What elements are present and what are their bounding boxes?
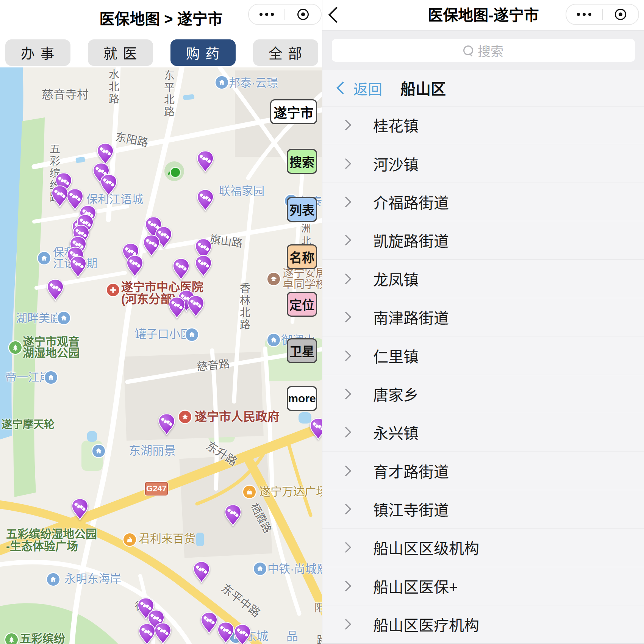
tab-就医[interactable]: 就 医 xyxy=(88,39,153,66)
city-button[interactable]: 遂宁市 xyxy=(270,99,317,124)
pharmacy-pin[interactable] xyxy=(187,295,205,317)
pharmacy-pin[interactable] xyxy=(197,189,214,211)
pharmacy-pin[interactable] xyxy=(195,255,212,277)
left-navbar: 医保地图 > 遂宁市 xyxy=(0,0,322,38)
map-button-搜索[interactable]: 搜索 xyxy=(287,149,317,174)
map-label: 邦泰·云璟 xyxy=(229,77,278,89)
list-item-凯旋路街道[interactable]: 凯旋路街道 xyxy=(322,221,644,259)
screen: 慈音寺村水北路东阳路东平北路五彩缤纷路保利江语城联福家园邦泰·云璟邦泰·芳洲北旗… xyxy=(0,0,644,644)
hospital-icon xyxy=(107,284,119,296)
map-canvas[interactable]: 慈音寺村水北路东阳路东平北路五彩缤纷路保利江语城联福家园邦泰·云璟邦泰·芳洲北旗… xyxy=(0,0,322,644)
map-label: 帝一江岸 xyxy=(5,371,51,383)
list-item-船山区医疗机构[interactable]: 船山区医疗机构 xyxy=(322,605,644,644)
map-label: 中铁·尚城熙 xyxy=(267,563,322,575)
chevron-right-icon xyxy=(341,427,351,438)
list-item-育才路街道[interactable]: 育才路街道 xyxy=(322,452,644,490)
star-icon xyxy=(179,411,191,423)
tab-全部[interactable]: 全 部 xyxy=(253,39,318,66)
tab-办事[interactable]: 办 事 xyxy=(5,39,70,66)
map-app-panel: 慈音寺村水北路东阳路东平北路五彩缤纷路保利江语城联福家园邦泰·云璟邦泰·芳洲北旗… xyxy=(0,0,322,644)
back-button-label[interactable]: 返回 xyxy=(353,78,382,98)
map-button-卫星[interactable]: 卫星 xyxy=(287,338,317,363)
list-item-龙凤镇[interactable]: 龙凤镇 xyxy=(322,260,644,298)
chevron-right-icon xyxy=(341,389,351,399)
list-item-河沙镇[interactable]: 河沙镇 xyxy=(322,144,644,183)
list-item-label: 船山区医保+ xyxy=(373,575,458,597)
tab-购药[interactable]: 购 药 xyxy=(170,39,236,66)
map-label: 五彩缤纷 xyxy=(20,633,65,644)
map-label: 五彩缤纷湿地公园 xyxy=(6,528,97,540)
chevron-right-icon xyxy=(341,312,351,322)
chevron-right-icon xyxy=(341,274,351,284)
pharmacy-pin[interactable] xyxy=(143,234,160,256)
list-item-桂花镇[interactable]: 桂花镇 xyxy=(322,106,644,144)
pharmacy-pin[interactable] xyxy=(100,174,117,196)
more-dots-icon[interactable] xyxy=(566,13,602,16)
chevron-right-icon xyxy=(341,350,351,361)
pharmacy-pin[interactable] xyxy=(217,622,234,644)
pharmacy-pin[interactable] xyxy=(224,504,242,526)
pharmacy-pin[interactable] xyxy=(126,255,144,277)
map-label: 东平北路 xyxy=(163,70,174,118)
target-close-icon[interactable] xyxy=(603,9,638,20)
map-label: 卓同学校 xyxy=(283,279,322,290)
pharmacy-pin[interactable] xyxy=(97,143,114,165)
house-icon xyxy=(92,445,105,457)
pharmacy-pin[interactable] xyxy=(154,622,172,644)
map-label: (河东分部) xyxy=(121,293,176,305)
pharmacy-pin[interactable] xyxy=(234,624,251,644)
chevron-right-icon xyxy=(341,120,351,130)
chevron-right-icon xyxy=(341,466,351,476)
map-label: 水北路 xyxy=(108,69,119,105)
house-icon xyxy=(254,563,266,575)
target-close-icon[interactable] xyxy=(285,9,321,20)
map-button-more[interactable]: more xyxy=(287,386,317,411)
list-item-船山区医保+[interactable]: 船山区医保+ xyxy=(322,567,644,605)
search-placeholder: 搜索 xyxy=(478,41,503,60)
map-label: 阳 xyxy=(314,602,322,613)
list-item-label: 河沙镇 xyxy=(373,153,419,175)
map-label: 遂宁市观音 xyxy=(23,336,80,347)
category-tabs: 办 事就 医购 药全 部 xyxy=(0,38,322,67)
pharmacy-pin[interactable] xyxy=(193,561,210,583)
pharmacy-pin[interactable] xyxy=(158,413,175,435)
map-button-定位[interactable]: 定位 xyxy=(287,292,317,317)
pharmacy-pin[interactable] xyxy=(69,256,87,278)
list-item-label: 唐家乡 xyxy=(373,383,419,405)
district-list: 桂花镇 河沙镇 介福路街道 凯旋路街道 龙凤镇 南津路街道 仁里镇 唐家乡 永兴… xyxy=(322,106,644,644)
pharmacy-pin[interactable] xyxy=(71,498,89,520)
pharmacy-pin[interactable] xyxy=(309,418,322,440)
list-item-唐家乡[interactable]: 唐家乡 xyxy=(322,375,644,413)
pharmacy-pin[interactable] xyxy=(197,150,214,172)
map-button-名称[interactable]: 名称 xyxy=(287,244,317,269)
back-row[interactable]: 返回 船山区 xyxy=(322,70,644,106)
more-dots-icon[interactable] xyxy=(249,13,284,16)
pharmacy-pin[interactable] xyxy=(47,279,64,301)
list-item-船山区区级机构[interactable]: 船山区区级机构 xyxy=(322,528,644,567)
pharmacy-pin[interactable] xyxy=(138,623,156,644)
map-label: 期 xyxy=(86,258,97,269)
list-item-仁里镇[interactable]: 仁里镇 xyxy=(322,336,644,375)
map-button-列表[interactable]: 列表 xyxy=(287,197,317,222)
map-label: 路 xyxy=(317,635,322,644)
list-item-label: 桂花镇 xyxy=(373,114,419,136)
list-item-介福路街道[interactable]: 介福路街道 xyxy=(322,183,644,221)
list-app-panel: 医保地图-遂宁市 搜索 返回 船山区 桂花镇 河沙镇 介福路街道 xyxy=(322,0,644,644)
miniprogram-capsule xyxy=(248,4,322,25)
map-label: 品 xyxy=(286,630,298,642)
pharmacy-pin[interactable] xyxy=(168,297,186,319)
house-icon xyxy=(45,371,57,384)
map-label: 香林北路 xyxy=(239,283,250,331)
list-item-南津路街道[interactable]: 南津路街道 xyxy=(322,298,644,336)
house-icon xyxy=(38,252,50,264)
map-label: 遂宁市人民政府 xyxy=(195,411,280,423)
map-label: -生态体验广场 xyxy=(6,540,78,552)
search-input[interactable]: 搜索 xyxy=(332,39,635,62)
list-item-永兴镇[interactable]: 永兴镇 xyxy=(322,413,644,452)
search-icon xyxy=(463,45,473,55)
pharmacy-pin[interactable] xyxy=(200,612,218,634)
pharmacy-pin[interactable] xyxy=(172,258,190,280)
list-item-label: 船山区区级机构 xyxy=(373,536,479,558)
list-item-镇江寺街道[interactable]: 镇江寺街道 xyxy=(322,490,644,528)
house-icon xyxy=(58,312,70,324)
